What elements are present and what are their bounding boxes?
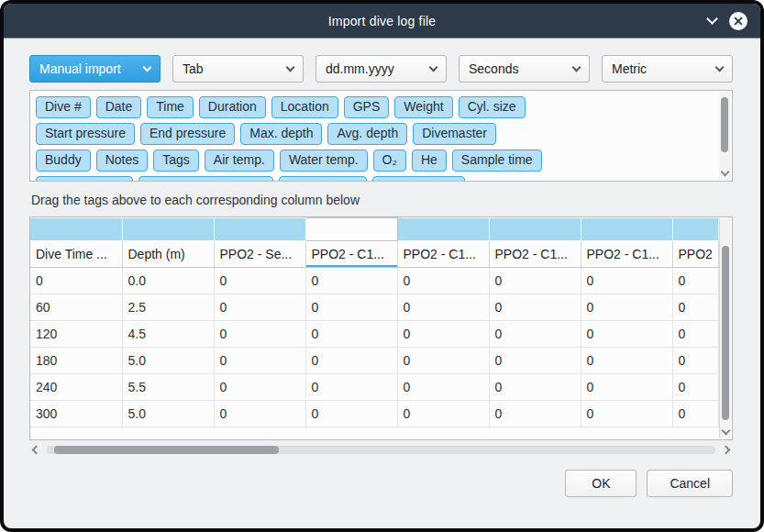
- tag-sample-time[interactable]: Sample time: [452, 150, 542, 172]
- table-cell: 0: [489, 374, 581, 401]
- column-header[interactable]: PPO2 - C1...: [581, 241, 672, 268]
- drop-target-cell[interactable]: [397, 218, 489, 241]
- units-select[interactable]: Metric: [602, 55, 733, 83]
- table-cell: 0: [672, 268, 719, 294]
- scroll-down-icon[interactable]: [722, 427, 731, 436]
- table-vertical-scrollbar[interactable]: [719, 218, 731, 438]
- table-cell: 2.5: [122, 294, 214, 321]
- tag-time[interactable]: Time: [147, 96, 194, 118]
- tag-air-temp[interactable]: Air temp.: [205, 150, 274, 172]
- scrollbar-thumb[interactable]: [721, 97, 728, 152]
- table-cell: 0.0: [122, 268, 214, 294]
- chevron-down-icon: [143, 63, 152, 72]
- table-cell: 0: [581, 401, 672, 427]
- tag-dive[interactable]: Dive #: [36, 96, 91, 118]
- tag-row: Dive #DateTimeDurationLocationGPSWeightC…: [36, 96, 712, 118]
- table-cell: 0: [672, 321, 719, 348]
- column-header[interactable]: PPO2 - C1...: [489, 241, 581, 268]
- tag-max-depth[interactable]: Max. depth: [240, 123, 322, 145]
- column-header-row: Dive Time ...Depth (m)PPO2 - Se...PPO2 -…: [30, 241, 719, 268]
- tag-sample-po[interactable]: Sample pO₂: [279, 176, 366, 182]
- chevron-down-icon: [715, 63, 725, 72]
- tag-avg-depth[interactable]: Avg. depth: [327, 123, 407, 145]
- table-cell: 0: [672, 401, 719, 427]
- drop-target-cell[interactable]: [489, 218, 581, 241]
- scrollbar-thumb[interactable]: [722, 246, 729, 420]
- dialog-content: Manual import Tab dd.mm.yyyy Seconds Met…: [4, 39, 760, 528]
- tag-date[interactable]: Date: [96, 96, 142, 118]
- drop-target-cell[interactable]: [122, 218, 214, 241]
- chevron-down-icon: [572, 63, 581, 72]
- table-cell: 0: [581, 294, 672, 321]
- drop-target-cell[interactable]: [672, 218, 719, 241]
- drop-target-cell[interactable]: [30, 218, 122, 241]
- import-mode-select[interactable]: Manual import: [29, 55, 161, 83]
- table-cell: 0: [214, 321, 305, 348]
- scrollbar-thumb[interactable]: [54, 446, 279, 454]
- window-shade-chevron-icon[interactable]: [706, 13, 718, 25]
- tag-divemaster[interactable]: Divemaster: [413, 123, 496, 145]
- tag-tags[interactable]: Tags: [153, 150, 199, 172]
- tag-weight[interactable]: Weight: [394, 96, 452, 118]
- table-cell: 0: [489, 348, 581, 374]
- selector-row: Manual import Tab dd.mm.yyyy Seconds Met…: [29, 55, 733, 83]
- column-header[interactable]: PPO2 - C1...: [305, 241, 397, 268]
- table-cell: 0: [30, 268, 122, 294]
- scroll-down-icon[interactable]: [721, 168, 730, 177]
- field-separator-select[interactable]: Tab: [172, 55, 304, 83]
- date-format-select[interactable]: dd.mm.yyyy: [316, 55, 447, 83]
- drag-instruction: Drag the tags above to each correspondin…: [31, 193, 733, 207]
- tag-water-temp[interactable]: Water temp.: [280, 150, 368, 172]
- drop-target-cell[interactable]: [581, 218, 672, 241]
- tag-list: Dive #DateTimeDurationLocationGPSWeightC…: [30, 91, 732, 182]
- table-cell: 0: [305, 321, 397, 348]
- tag-cyl-size[interactable]: Cyl. size: [459, 96, 526, 118]
- tag-location[interactable]: Location: [271, 96, 338, 118]
- table-cell: 0: [214, 374, 305, 401]
- table-cell: 0: [672, 294, 719, 321]
- titlebar-buttons: [708, 4, 747, 38]
- tag-notes[interactable]: Notes: [96, 150, 149, 172]
- tag-he[interactable]: He: [412, 150, 447, 172]
- drop-target-cell[interactable]: [305, 218, 397, 241]
- tag-start-pressure[interactable]: Start pressure: [36, 123, 135, 145]
- column-header[interactable]: Dive Time ...: [30, 241, 122, 268]
- window-frame: Import dive log file Manual import Tab d…: [0, 0, 764, 532]
- duration-format-value: Seconds: [469, 61, 518, 76]
- duration-format-select[interactable]: Seconds: [459, 55, 590, 83]
- cancel-button[interactable]: Cancel: [647, 470, 733, 497]
- scroll-right-icon[interactable]: [722, 446, 731, 455]
- column-header[interactable]: PPO2: [672, 241, 719, 268]
- table-cell: 0: [581, 348, 672, 374]
- window-close-button[interactable]: [729, 12, 747, 30]
- table-cell: 0: [489, 401, 581, 427]
- table-cell: 5.0: [122, 348, 214, 374]
- table-cell: 0: [581, 321, 672, 348]
- tag-duration[interactable]: Duration: [199, 96, 266, 118]
- column-header[interactable]: PPO2 - C1...: [397, 241, 489, 268]
- tag-o[interactable]: O₂: [373, 150, 406, 172]
- table-cell: 60: [30, 294, 122, 321]
- chevron-down-icon: [429, 63, 438, 72]
- tag-sample-depth[interactable]: Sample depth: [36, 176, 133, 182]
- table-row: 602.5000000: [30, 294, 719, 321]
- tag-sample-temperature[interactable]: Sample temperature: [138, 176, 273, 182]
- tag-sample-cns[interactable]: Sample CNS: [372, 176, 465, 182]
- tag-gps[interactable]: GPS: [344, 96, 390, 118]
- tag-end-pressure[interactable]: End pressure: [140, 123, 235, 145]
- titlebar: Import dive log file: [4, 4, 760, 39]
- table-row: 2405.5000000: [30, 374, 719, 401]
- scroll-left-icon[interactable]: [32, 446, 41, 455]
- table-cell: 5.5: [122, 374, 214, 401]
- column-header[interactable]: PPO2 - Se...: [214, 241, 305, 268]
- table-cell: 0: [397, 268, 489, 294]
- table-body: 00.0000000602.50000001204.50000001805.00…: [30, 268, 719, 427]
- tag-buddy[interactable]: Buddy: [36, 150, 91, 172]
- scrollbar-track[interactable]: [47, 446, 715, 454]
- table-cell: 0: [489, 268, 581, 294]
- drop-target-cell[interactable]: [214, 218, 305, 241]
- column-header[interactable]: Depth (m): [122, 241, 214, 268]
- ok-button[interactable]: OK: [565, 470, 637, 497]
- table-horizontal-scrollbar[interactable]: [29, 443, 733, 457]
- tag-vertical-scrollbar[interactable]: [719, 92, 731, 180]
